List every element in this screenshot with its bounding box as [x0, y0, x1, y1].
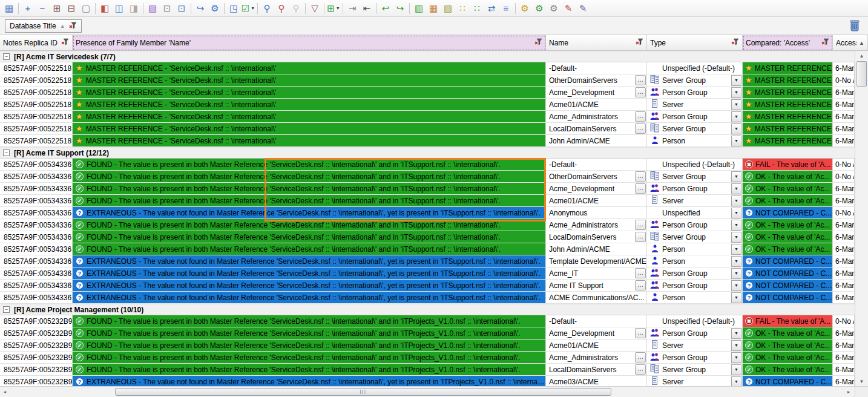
toolbar-mark-column-blue-button[interactable]: ◫ [112, 1, 127, 16]
toolbar-edit-table-button[interactable]: ▦ [426, 1, 441, 16]
vertical-scroll-thumb[interactable] [856, 61, 867, 87]
toolbar-export-row-button[interactable]: ⇥ [345, 1, 360, 16]
toolbar-export-options-button[interactable]: ⚙ [208, 1, 222, 16]
clear-filter-icon[interactable] [731, 38, 739, 47]
type-dropdown-button[interactable]: ▼ [731, 208, 741, 218]
ellipsis-button[interactable]: … [635, 111, 646, 122]
type-dropdown-button[interactable]: ▼ [731, 268, 741, 279]
table-row[interactable]: 85257A9F:00534336?EXTRANEOUS - The value… [0, 267, 855, 280]
type-dropdown-button[interactable]: ▼ [731, 75, 741, 86]
table-row[interactable]: 85257A9F:00534336✓FOUND - The value is p… [0, 231, 855, 243]
table-row[interactable]: 85257A9F:00534336✓FOUND - The value is p… [0, 219, 855, 231]
table-row[interactable]: 85257A9F:00522518★MASTER REFERENCE - 'Se… [0, 99, 855, 111]
type-dropdown-button[interactable]: ▼ [731, 364, 741, 375]
table-row[interactable]: 85257A9F:005232B9✓FOUND - The value is p… [0, 352, 855, 364]
table-row[interactable]: 85257A9F:00522518★MASTER REFERENCE - 'Se… [0, 135, 855, 147]
toolbar-list-view-button[interactable]: ≡ [499, 1, 513, 16]
column-header-name[interactable]: Name [546, 35, 647, 51]
type-dropdown-button[interactable]: ▼ [731, 195, 741, 206]
table-row[interactable]: 85257A9F:00534336✓FOUND - The value is p… [0, 159, 855, 171]
ellipsis-button[interactable]: … [635, 75, 646, 85]
table-row[interactable]: 85257A9F:00534336✓FOUND - The value is p… [0, 183, 855, 195]
table-row[interactable]: 85257A9F:00534336✓FOUND - The value is p… [0, 171, 855, 183]
toolbar-add-comparison-button[interactable]: + [21, 1, 35, 16]
table-row[interactable]: 85257A9F:00534336✓FOUND - The value is p… [0, 195, 855, 207]
ellipsis-button[interactable]: … [635, 268, 646, 278]
column-header-presence[interactable]: Presence of Family Member 'Name' [73, 35, 546, 51]
collapse-icon[interactable]: − [3, 149, 10, 156]
toolbar-clear-filters-button[interactable]: ▽ [307, 1, 322, 16]
table-row[interactable]: 85257A9F:00534336✓FOUND - The value is p… [0, 243, 855, 255]
clear-filter-icon[interactable] [61, 38, 69, 47]
table-row[interactable]: 85257A9F:005232B9?EXTRANEOUS - The value… [0, 376, 855, 386]
type-dropdown-button[interactable]: ▼ [731, 376, 741, 387]
toolbar-zoom-in-button[interactable]: ⚲ [260, 1, 274, 16]
table-row[interactable]: 85257A9F:00522518★MASTER REFERENCE - 'Se… [0, 123, 855, 135]
type-dropdown-button[interactable]: ▼ [731, 99, 741, 110]
table-row[interactable]: 85257A9F:00522518★MASTER REFERENCE - 'Se… [0, 74, 855, 87]
table-row[interactable]: 85257A9F:00522518★MASTER REFERENCE - 'Se… [0, 111, 855, 123]
toolbar-edit-entry-button[interactable]: ✎ [561, 1, 576, 16]
scroll-right-arrow-icon[interactable]: ▸ [844, 387, 853, 397]
type-dropdown-button[interactable]: ▼ [731, 340, 741, 351]
clear-filter-icon[interactable] [636, 38, 643, 47]
scroll-down-arrow-icon[interactable]: ▼ [855, 376, 868, 386]
type-dropdown-button[interactable]: ▼ [731, 123, 741, 134]
toolbar-merge-entries-button[interactable]: ⇄ [484, 1, 499, 16]
table-row[interactable]: 85257A9F:00522518★MASTER REFERENCE - 'Se… [0, 87, 855, 99]
toolbar-settings-folder-button[interactable]: ⚙ [547, 1, 561, 16]
toolbar-window-settings-button[interactable]: ▦ [2, 1, 16, 16]
group-header-row[interactable]: −[R] Acme IT Support (12/12) [0, 147, 855, 159]
table-row[interactable]: 85257A9F:00522518★MASTER REFERENCE - 'Se… [0, 62, 855, 74]
type-dropdown-button[interactable]: ▼ [731, 256, 741, 267]
group-by-database-title-button[interactable]: Database Title ▲ [5, 19, 82, 33]
toolbar-mark-column-red-button[interactable]: ◧ [97, 1, 112, 16]
table-row[interactable]: 85257A9F:00534336?EXTRANEOUS - The value… [0, 280, 855, 292]
clear-filter-icon[interactable] [69, 22, 77, 31]
clear-filter-icon[interactable] [534, 38, 542, 47]
toolbar-zoom-out-button[interactable]: ⚲ [289, 1, 303, 16]
type-dropdown-button[interactable]: ▼ [731, 136, 741, 146]
toolbar-hierarchy-compare-button[interactable]: ∷ [470, 1, 484, 16]
group-header-row[interactable]: −[R] Acme IT Servicedesk (7/7) [0, 51, 855, 62]
column-header-type[interactable]: Type [647, 35, 743, 51]
toolbar-select-region-button[interactable]: ▨ [145, 1, 160, 16]
trash-button[interactable] [847, 19, 863, 34]
chevron-down-icon[interactable]: ▼ [251, 6, 255, 10]
column-header-replica[interactable]: Notes Replica ID [0, 35, 73, 51]
toolbar-copy-table-button[interactable]: ⊡ [174, 1, 189, 16]
type-dropdown-button[interactable]: ▼ [731, 280, 741, 291]
chevron-down-icon[interactable]: ▼ [336, 6, 340, 10]
horizontal-scrollbar[interactable]: ◂ ▸ [0, 386, 855, 397]
ellipsis-button[interactable]: … [635, 328, 646, 338]
ellipsis-button[interactable]: … [635, 123, 646, 134]
table-row[interactable]: 85257A9F:005232B9✓FOUND - The value is p… [0, 315, 855, 327]
table-row[interactable]: 85257A9F:005232B9✓FOUND - The value is p… [0, 364, 855, 376]
clear-filter-icon[interactable] [821, 38, 829, 47]
ellipsis-button[interactable]: … [635, 171, 646, 182]
collapse-icon[interactable]: − [3, 53, 10, 60]
table-row[interactable]: 85257A9F:00534336?EXTRANEOUS - The value… [0, 292, 855, 304]
table-row[interactable]: 85257A9F:00534336?EXTRANEOUS - The value… [0, 255, 855, 267]
toolbar-hierarchy-view-button[interactable]: ∷ [455, 1, 470, 16]
horizontal-scroll-thumb[interactable] [115, 388, 611, 396]
type-dropdown-button[interactable]: ▼ [731, 183, 741, 194]
column-header-compared[interactable]: Compared: 'Access' [743, 35, 833, 51]
toolbar-revert-all-button[interactable]: ↪ [393, 1, 407, 16]
toolbar-mark-column-gray-button[interactable]: ◨ [127, 1, 141, 16]
toolbar-settings-save-button[interactable]: ⚙ [518, 1, 532, 16]
toolbar-edit-export-button[interactable]: ✎ [576, 1, 590, 16]
type-dropdown-button[interactable]: ▼ [731, 111, 741, 122]
type-dropdown-button[interactable]: ▼ [731, 292, 741, 303]
ellipsis-button[interactable]: … [635, 183, 646, 194]
column-header-access[interactable]: Access▲ [833, 35, 868, 51]
toolbar-find-text-button[interactable]: ⚲ [274, 1, 289, 16]
type-dropdown-button[interactable]: ▼ [731, 232, 741, 243]
toolbar-add-annotation-button[interactable]: ⊞▼ [326, 1, 341, 16]
toolbar-validation-menu-button[interactable]: ☑▼ [241, 1, 255, 16]
toolbar-export-report-button[interactable]: ↪ [193, 1, 208, 16]
vertical-scrollbar[interactable]: ▲ ▼ [855, 51, 868, 386]
toolbar-import-row-button[interactable]: ⇤ [360, 1, 374, 16]
toolbar-copy-page-button[interactable]: ⊡ [160, 1, 174, 16]
toolbar-show-columns-button[interactable]: ▥ [412, 1, 426, 16]
